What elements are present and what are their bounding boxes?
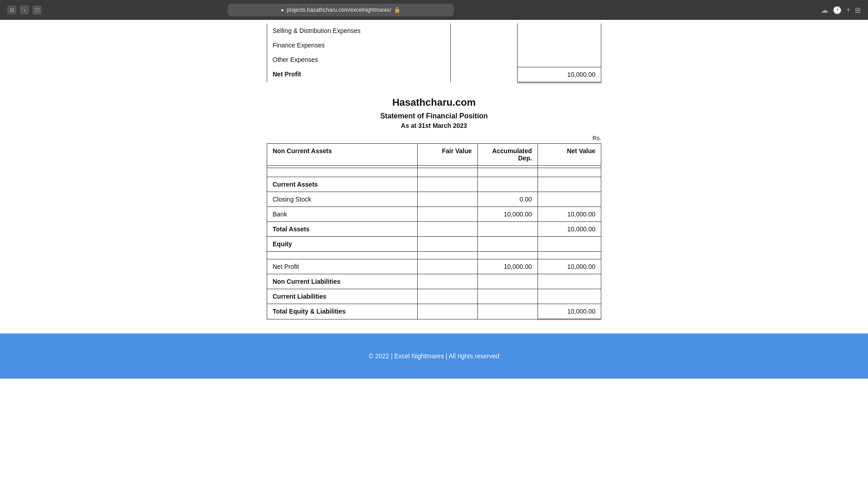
bank-col2 xyxy=(417,206,477,221)
finance-expenses-row: Finance Expenses xyxy=(267,38,601,52)
current-assets-header: Current Assets xyxy=(267,177,601,192)
finance-col2 xyxy=(451,38,518,52)
bank-col4: 10,000.00 xyxy=(538,206,601,221)
closing-stock-label: Closing Stock xyxy=(267,192,418,206)
total-assets-value: 10,000.00 xyxy=(538,221,601,236)
equity-label: Equity xyxy=(267,236,418,251)
window-resize-btn[interactable]: ⊡ xyxy=(7,5,16,14)
expenses-section: Selling & Distribution Expenses Finance … xyxy=(267,20,601,83)
bank-row: Bank 10,000.00 10,000.00 xyxy=(267,206,601,221)
total-assets-col2 xyxy=(417,221,477,236)
secure-icon: 🔒 xyxy=(394,7,401,13)
selling-distribution-label: Selling & Distribution Expenses xyxy=(267,23,451,38)
bank-label: Bank xyxy=(267,206,418,221)
expenses-table: Selling & Distribution Expenses Finance … xyxy=(267,23,601,83)
net-profit-value: 10,000.00 xyxy=(518,67,601,82)
lock-icon: ● xyxy=(281,7,284,13)
total-equity-row: Total Equity & Liabilities 10,000.00 xyxy=(267,304,601,319)
history-icon[interactable]: 🕐 xyxy=(833,6,842,14)
net-profit-label: Net Profit xyxy=(267,67,451,82)
total-equity-col3 xyxy=(477,304,538,319)
col4-header: Net Value xyxy=(538,143,601,165)
total-assets-label: Total Assets xyxy=(267,221,418,236)
current-assets-label: Current Assets xyxy=(267,177,418,192)
total-equity-col2 xyxy=(417,304,477,319)
main-content: Selling & Distribution Expenses Finance … xyxy=(258,20,610,320)
fp-header-row: Non Current Assets Fair Value Accumulate… xyxy=(267,143,601,165)
net-profit-fp-col4: 10,000.00 xyxy=(538,259,601,274)
currency-label: Rs. xyxy=(267,135,601,141)
blank-after-nca xyxy=(267,168,601,177)
finance-col3 xyxy=(518,38,601,52)
col1-header: Non Current Assets xyxy=(267,143,418,165)
browser-controls: ⊡ ‹ 🛡 xyxy=(7,5,42,14)
total-assets-row: Total Assets 10,000.00 xyxy=(267,221,601,236)
ncl-label: Non Current Liabilities xyxy=(267,274,418,289)
other-expenses-label: Other Expenses xyxy=(267,52,451,67)
browser-right-controls: ☁ 🕐 + ⊞ xyxy=(821,6,861,14)
url-text: projects.hasathcharu.com/excelnightmares… xyxy=(287,7,391,13)
blank-equity-row xyxy=(267,251,601,259)
bank-col3: 10,000.00 xyxy=(477,206,538,221)
other-col3 xyxy=(518,52,601,67)
net-profit-fp-col3: 10,000.00 xyxy=(477,259,538,274)
total-equity-label: Total Equity & Liabilities xyxy=(267,304,418,319)
closing-stock-col3: 0.00 xyxy=(477,192,538,206)
total-assets-col3 xyxy=(477,221,538,236)
statement-date: As at 31st March 2023 xyxy=(267,122,601,129)
address-bar[interactable]: ● projects.hasathcharu.com/excelnightmar… xyxy=(228,4,454,16)
selling-col2 xyxy=(451,23,518,38)
add-tab-icon[interactable]: + xyxy=(846,6,850,14)
shield-btn[interactable]: 🛡 xyxy=(33,5,42,14)
company-name: Hasathcharu.com xyxy=(267,97,601,108)
closing-stock-col2 xyxy=(417,192,477,206)
ncl-header-row: Non Current Liabilities xyxy=(267,274,601,289)
finance-expenses-label: Finance Expenses xyxy=(267,38,451,52)
net-profit-row: Net Profit 10,000.00 xyxy=(267,67,601,82)
other-expenses-row: Other Expenses xyxy=(267,52,601,67)
total-equity-value: 10,000.00 xyxy=(538,304,601,319)
page-footer: © 2022 | Excel Nightmares | All rights r… xyxy=(0,333,868,379)
col3-header: Accumulated Dep. xyxy=(477,143,538,165)
financial-position-table: Non Current Assets Fair Value Accumulate… xyxy=(267,143,601,320)
cl-label: Current Liabilities xyxy=(267,289,418,304)
page-content: Selling & Distribution Expenses Finance … xyxy=(0,20,868,488)
back-btn[interactable]: ‹ xyxy=(20,5,29,14)
other-col2 xyxy=(451,52,518,67)
footer-text: © 2022 | Excel Nightmares | All rights r… xyxy=(368,352,499,360)
col2-header: Fair Value xyxy=(417,143,477,165)
equity-header-row: Equity xyxy=(267,236,601,251)
net-profit-col2 xyxy=(451,67,518,82)
cloud-icon[interactable]: ☁ xyxy=(821,6,828,14)
statement-title: Statement of Financial Position xyxy=(267,112,601,120)
net-profit-fp-label: Net Profit xyxy=(267,259,418,274)
net-profit-fp-row: Net Profit 10,000.00 10,000.00 xyxy=(267,259,601,274)
closing-stock-row: Closing Stock 0.00 xyxy=(267,192,601,206)
selling-distribution-row: Selling & Distribution Expenses xyxy=(267,23,601,38)
closing-stock-col4 xyxy=(538,192,601,206)
cl-header-row: Current Liabilities xyxy=(267,289,601,304)
browser-chrome: ⊡ ‹ 🛡 ● projects.hasathcharu.com/excelni… xyxy=(0,0,868,20)
selling-col3 xyxy=(518,23,601,38)
net-profit-fp-col2 xyxy=(417,259,477,274)
tabs-icon[interactable]: ⊞ xyxy=(855,6,861,14)
